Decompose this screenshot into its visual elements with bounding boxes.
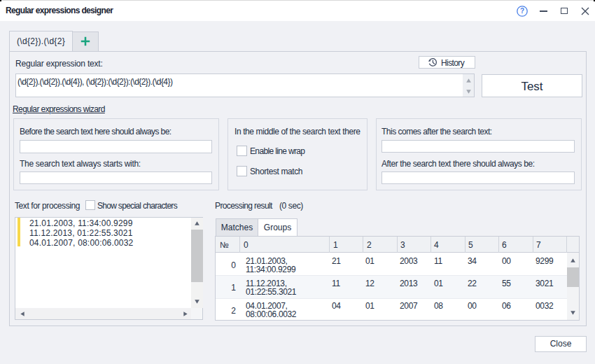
svg-text:?: ? bbox=[520, 7, 524, 15]
